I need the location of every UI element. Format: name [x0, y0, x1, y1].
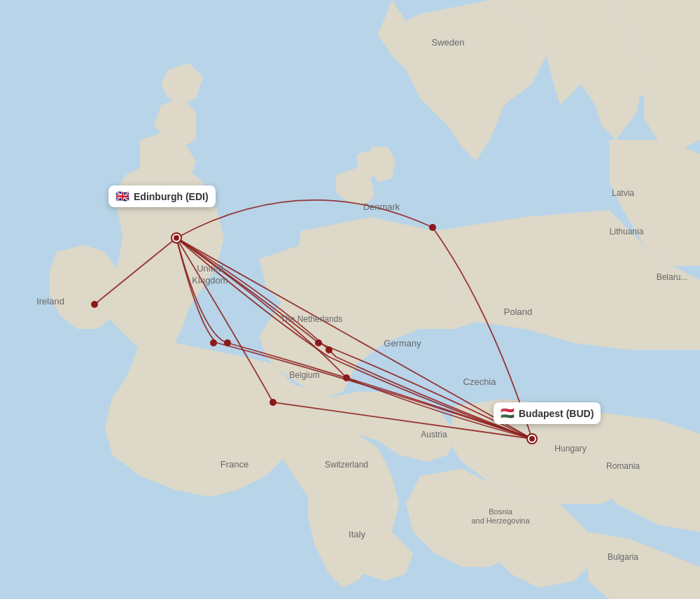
czechia-label: Czechia [463, 376, 497, 387]
svg-point-3 [91, 301, 98, 308]
bosnia-label: Bosnia [489, 507, 513, 516]
uk-label: United [197, 263, 223, 274]
latvia-label: Latvia [612, 188, 634, 198]
italy-label: Italy [349, 529, 365, 540]
svg-point-14 [529, 436, 535, 442]
svg-point-6 [315, 339, 322, 346]
lithuania-label: Lithuania [610, 227, 644, 237]
budapest-airport-name: Budapest (BUD) [519, 408, 594, 419]
belgium-label: Belgium [289, 370, 319, 380]
austria-label: Austria [421, 430, 447, 439]
bosnia-label-2: and Herzegovina [471, 516, 530, 525]
sweden-label: Sweden [432, 37, 465, 48]
denmark-label: Denmark [363, 202, 400, 212]
hungary-label: Hungary [554, 444, 586, 453]
budapest-airport-label[interactable]: 🇭🇺 Budapest (BUD) [493, 402, 601, 424]
edinburgh-airport-label[interactable]: 🇬🇧 Edinburgh (EDI) [108, 185, 216, 207]
uk-flag: 🇬🇧 [115, 190, 130, 203]
map-container: Sweden Latvia Lithuania Belaru... Poland… [0, 0, 700, 599]
romania-label: Romania [606, 461, 640, 471]
svg-point-4 [210, 339, 217, 346]
germany-label: Germany [384, 338, 421, 348]
map-svg: Sweden Latvia Lithuania Belaru... Poland… [0, 0, 700, 599]
hungary-flag: 🇭🇺 [500, 407, 514, 420]
netherlands-label: The Netherlands [281, 314, 343, 324]
svg-point-5 [224, 339, 231, 346]
poland-label: Poland [504, 306, 532, 317]
svg-point-12 [174, 235, 179, 241]
uk-label-2: Kingdom [192, 275, 227, 286]
bulgaria-label: Bulgaria [608, 552, 638, 562]
svg-point-9 [270, 399, 276, 406]
svg-point-8 [343, 374, 350, 381]
ireland-label: Ireland [36, 296, 64, 306]
svg-point-10 [429, 224, 436, 231]
edinburgh-airport-name: Edinburgh (EDI) [134, 191, 209, 202]
france-label: France [220, 459, 248, 470]
svg-point-7 [326, 346, 332, 353]
belarus-label: Belaru... [657, 272, 688, 282]
switzerland-label: Switzerland [325, 460, 368, 470]
